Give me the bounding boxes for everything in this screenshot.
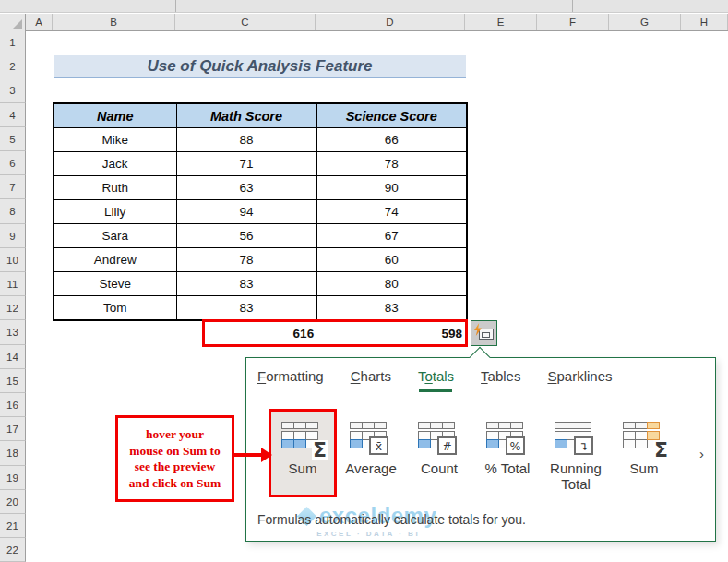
cell-science[interactable]: 83 <box>316 296 467 321</box>
sigma-glyph: Σ <box>312 440 328 460</box>
totals-option-running-total[interactable]: ↴ Running Total <box>542 409 610 497</box>
totals-option-percent-total[interactable]: % % Total <box>473 409 542 497</box>
row-header-11[interactable]: 11 <box>0 272 26 296</box>
table-row: Lilly 94 74 <box>54 200 467 224</box>
row-header-18[interactable]: 18 <box>0 441 26 466</box>
row-header-15[interactable]: 15 <box>0 369 26 393</box>
cell-science[interactable]: 78 <box>316 152 467 176</box>
row-header-14[interactable]: 14 <box>0 345 26 369</box>
column-header-g[interactable]: G <box>609 14 681 30</box>
cell-name[interactable]: Sara <box>54 224 176 248</box>
totals-options: Σ Sum x̄ Average # <box>269 409 678 497</box>
annotation-arrow <box>233 453 263 457</box>
option-label: Count <box>408 460 471 476</box>
row-header-22[interactable]: 22 <box>0 538 26 562</box>
cell-science[interactable]: 66 <box>316 128 467 152</box>
cell-science[interactable]: 80 <box>316 272 467 296</box>
annotation-box: hover your mouse on Sum to see the previ… <box>115 415 234 502</box>
running-total-icon: ↴ <box>555 422 597 456</box>
totals-option-average[interactable]: x̄ Average <box>337 409 405 497</box>
row-header-9[interactable]: 9 <box>0 224 26 248</box>
column-header-b[interactable]: B <box>53 14 175 30</box>
cell-name[interactable]: Steve <box>54 272 176 296</box>
science-total[interactable]: 598 <box>316 327 465 341</box>
column-header-h[interactable]: H <box>681 14 728 30</box>
table-header-row: Name Math Score Science Score <box>54 103 467 128</box>
formula-bar-divider <box>572 0 573 12</box>
cell-math[interactable]: 83 <box>176 296 316 321</box>
row-header-16[interactable]: 16 <box>0 393 26 417</box>
cell-math[interactable]: 78 <box>176 248 316 272</box>
select-all-triangle-icon <box>13 19 22 29</box>
header-name[interactable]: Name <box>54 103 176 128</box>
tab-charts[interactable]: Charts <box>351 368 391 384</box>
column-header-f[interactable]: F <box>537 14 609 30</box>
scroll-right-icon[interactable]: › <box>699 447 704 460</box>
running-total-glyph: ↴ <box>574 436 593 455</box>
annotation-arrow-head-icon <box>261 448 272 462</box>
table-row: Sara 56 67 <box>54 224 467 248</box>
percent-total-icon: % <box>486 422 529 456</box>
cell-name[interactable]: Andrew <box>54 248 176 272</box>
row-header-3[interactable]: 3 <box>0 78 26 103</box>
select-all-corner[interactable] <box>0 14 26 30</box>
column-header-d[interactable]: D <box>316 14 465 30</box>
row-header-17[interactable]: 17 <box>0 417 26 441</box>
row-header-2[interactable]: 2 <box>0 54 26 78</box>
table-row: Ruth 63 90 <box>54 176 467 200</box>
formula-bar-divider <box>175 0 176 12</box>
row-header-7[interactable]: 7 <box>0 175 26 199</box>
math-total[interactable]: 616 <box>205 327 316 341</box>
row-header-19[interactable]: 19 <box>0 466 26 490</box>
tab-totals[interactable]: Totals <box>418 368 454 384</box>
tab-tables[interactable]: Tables <box>481 368 520 384</box>
header-science-score[interactable]: Science Score <box>316 103 467 128</box>
row-header-21[interactable]: 21 <box>0 514 26 538</box>
cell-name[interactable]: Jack <box>54 152 176 176</box>
totals-option-count[interactable]: # Count <box>405 409 473 497</box>
quick-analysis-tabs: Formatting Charts Totals Tables Sparklin… <box>257 368 613 384</box>
row-header-5[interactable]: 5 <box>0 127 26 151</box>
option-label: % Total <box>476 460 539 476</box>
cell-math[interactable]: 56 <box>176 224 316 248</box>
sigma-glyph: Σ <box>653 440 669 460</box>
cell-math[interactable]: 83 <box>176 272 316 296</box>
cell-math[interactable]: 88 <box>176 128 316 152</box>
cell-science[interactable]: 74 <box>316 200 467 224</box>
row-header-13[interactable]: 13 <box>0 320 26 345</box>
row-header-6[interactable]: 6 <box>0 151 26 175</box>
cell-math[interactable]: 71 <box>176 152 316 176</box>
cell-math[interactable]: 94 <box>176 200 316 224</box>
cell-science[interactable]: 60 <box>316 248 467 272</box>
watermark-tagline: EXCEL · DATA · BI <box>300 530 436 538</box>
totals-option-sum-columns[interactable]: Σ Sum <box>610 409 678 497</box>
column-header-a[interactable]: A <box>26 14 53 30</box>
tab-formatting[interactable]: Formatting <box>257 368 324 384</box>
quick-analysis-button[interactable] <box>471 320 497 346</box>
average-glyph: x̄ <box>369 436 388 455</box>
column-header-e[interactable]: E <box>465 14 537 30</box>
cell-name[interactable]: Tom <box>54 296 176 321</box>
cell-science[interactable]: 90 <box>316 176 467 200</box>
row-header-20[interactable]: 20 <box>0 490 26 514</box>
table-row: Jack 71 78 <box>54 152 467 176</box>
cell-name[interactable]: Ruth <box>54 176 176 200</box>
totals-option-sum[interactable]: Σ Sum <box>269 409 337 497</box>
row-header-4[interactable]: 4 <box>0 103 26 127</box>
option-label: Sum <box>613 460 675 476</box>
header-math-score[interactable]: Math Score <box>176 103 316 128</box>
row-header-10[interactable]: 10 <box>0 248 26 272</box>
cell-name[interactable]: Lilly <box>54 200 176 224</box>
tab-sparklines[interactable]: Sparklines <box>547 368 612 384</box>
row-header-12[interactable]: 12 <box>0 296 26 320</box>
column-header-c[interactable]: C <box>175 14 316 30</box>
cell-science[interactable]: 67 <box>316 224 467 248</box>
cell-math[interactable]: 63 <box>176 176 316 200</box>
table-row: Tom 83 83 <box>54 296 467 321</box>
totals-highlight-box: 616 598 <box>202 319 468 347</box>
row-header-8[interactable]: 8 <box>0 199 26 224</box>
cell-name[interactable]: Mike <box>54 128 176 152</box>
row-header-1[interactable]: 1 <box>0 30 26 54</box>
option-label: Average <box>340 460 402 476</box>
annotation-text: hover your mouse on Sum to see the previ… <box>129 426 221 491</box>
